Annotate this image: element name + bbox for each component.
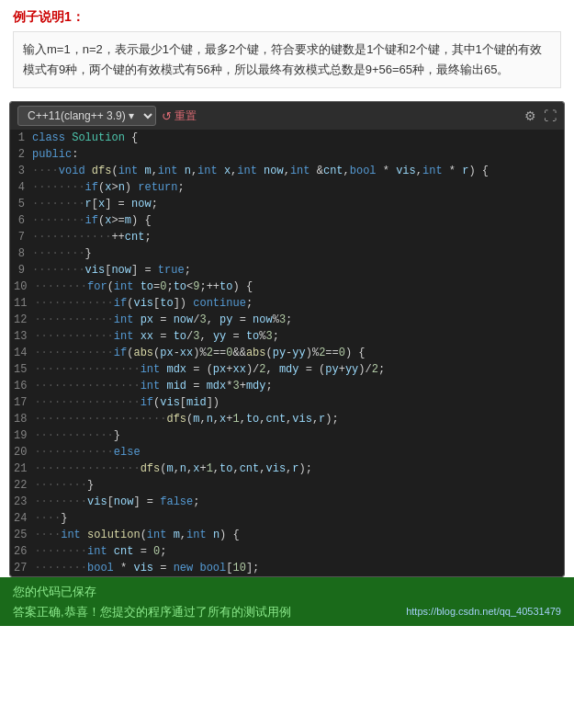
line-number: 9 — [10, 262, 32, 279]
line-content: class Solution { — [32, 130, 564, 146]
line-number: 7 — [10, 229, 32, 245]
line-content: ················int mdx = (px+xx)/2, mdy… — [34, 361, 564, 378]
line-number: 23 — [10, 494, 34, 510]
line-content: ········if(x>=m) { — [32, 212, 564, 229]
example-desc: 输入m=1，n=2，表示最少1个键，最多2个键，符合要求的键数是1个键和2个键，… — [13, 31, 561, 88]
language-selector[interactable]: C++11(clang++ 3.9) ▾ — [17, 106, 156, 126]
line-number: 12 — [10, 312, 34, 328]
table-row: 7 ············++cnt; — [10, 229, 564, 245]
line-content: ················if(vis[mid]) — [34, 394, 564, 411]
table-row: 15 ················int mdx = (px+xx)/2, … — [10, 361, 564, 378]
reset-button[interactable]: ↺ 重置 — [162, 108, 197, 124]
table-row: 4 ········if(x>n) return; — [10, 179, 564, 196]
settings-icon[interactable]: ⚙ — [524, 108, 536, 123]
line-number: 16 — [10, 378, 34, 394]
table-row: 18 ····················dfs(m,n,x+1,to,cn… — [10, 411, 564, 427]
editor-toolbar: C++11(clang++ 3.9) ▾ ↺ 重置 ⚙ ⛶ — [10, 102, 564, 130]
table-row: 2 public: — [10, 146, 564, 163]
line-content: ················dfs(m,n,x+1,to,cnt,vis,r… — [34, 461, 564, 477]
line-content: ········r[x] = now; — [32, 196, 564, 212]
code-area[interactable]: 1 class Solution { 2 public: 3 ····void … — [10, 130, 564, 576]
line-content: ········for(int to=0;to<9;++to) { — [34, 279, 564, 295]
table-row: 26 ········int cnt = 0; — [10, 543, 564, 560]
table-row: 14 ············if(abs(px-xx)%2==0&&abs(p… — [10, 345, 564, 361]
table-row: 6 ········if(x>=m) { — [10, 212, 564, 229]
line-number: 18 — [10, 411, 34, 427]
table-row: 13 ············int xx = to/3, yy = to%3; — [10, 328, 564, 345]
line-content: ········int cnt = 0; — [34, 543, 564, 560]
line-content: ····················dfs(m,n,x+1,to,cnt,v… — [34, 411, 564, 427]
status-correct-row: 答案正确,恭喜！您提交的程序通过了所有的测试用例 https://blog.cs… — [13, 603, 561, 621]
line-number: 1 — [10, 130, 32, 146]
line-content: ············int xx = to/3, yy = to%3; — [34, 328, 564, 345]
line-content: ············else — [34, 444, 564, 461]
line-number: 14 — [10, 345, 34, 361]
line-number: 8 — [10, 245, 32, 262]
toolbar-right: ⚙ ⛶ — [524, 108, 557, 123]
table-row: 12 ············int px = now/3, py = now%… — [10, 312, 564, 328]
line-number: 4 — [10, 179, 32, 196]
line-content: ········} — [34, 477, 564, 494]
table-row: 22 ········} — [10, 477, 564, 494]
line-content: ············if(vis[to]) continue; — [34, 295, 564, 312]
line-number: 21 — [10, 461, 34, 477]
line-number: 3 — [10, 163, 32, 179]
line-content: ········if(x>n) return; — [32, 179, 564, 196]
line-number: 6 — [10, 212, 32, 229]
line-number: 13 — [10, 328, 34, 345]
editor-container: C++11(clang++ 3.9) ▾ ↺ 重置 ⚙ ⛶ 1 class So… — [9, 101, 565, 577]
line-content: ············if(abs(px-xx)%2==0&&abs(py-y… — [34, 345, 564, 361]
line-number: 26 — [10, 543, 34, 560]
reset-label: 重置 — [174, 108, 197, 124]
example-title: 例子说明1： — [13, 9, 561, 26]
table-row: 5 ········r[x] = now; — [10, 196, 564, 212]
table-row: 21 ················dfs(m,n,x+1,to,cnt,vi… — [10, 461, 564, 477]
line-number: 20 — [10, 444, 34, 461]
line-number: 15 — [10, 361, 34, 378]
line-content: ····} — [34, 510, 564, 527]
line-content: ············} — [34, 427, 564, 444]
line-content: ····void dfs(int m,int n,int x,int now,i… — [32, 163, 564, 179]
line-content: ················int mid = mdx*3+mdy; — [34, 378, 564, 394]
line-number: 17 — [10, 394, 34, 411]
status-saved-text: 您的代码已保存 — [13, 583, 561, 601]
line-content: ············int px = now/3, py = now%3; — [34, 312, 564, 328]
line-number: 22 — [10, 477, 34, 494]
table-row: 27 ········bool * vis = new bool[10]; — [10, 560, 564, 576]
line-content: public: — [32, 146, 564, 163]
example-section: 例子说明1： 输入m=1，n=2，表示最少1个键，最多2个键，符合要求的键数是1… — [0, 0, 574, 96]
status-correct-text: 答案正确,恭喜！您提交的程序通过了所有的测试用例 — [13, 603, 291, 621]
table-row: 8 ········} — [10, 245, 564, 262]
line-content: ········} — [32, 245, 564, 262]
table-row: 24 ····} — [10, 510, 564, 527]
line-content: ····int solution(int m,int n) { — [34, 527, 564, 543]
table-row: 25 ····int solution(int m,int n) { — [10, 527, 564, 543]
table-row: 20 ············else — [10, 444, 564, 461]
table-row: 17 ················if(vis[mid]) — [10, 394, 564, 411]
line-number: 25 — [10, 527, 34, 543]
table-row: 1 class Solution { — [10, 130, 564, 146]
status-link: https://blog.csdn.net/qq_40531479 — [406, 604, 561, 620]
table-row: 9 ········vis[now] = true; — [10, 262, 564, 279]
table-row: 3 ····void dfs(int m,int n,int x,int now… — [10, 163, 564, 179]
line-content: ············++cnt; — [32, 229, 564, 245]
toolbar-left: C++11(clang++ 3.9) ▾ ↺ 重置 — [17, 106, 197, 126]
table-row: 19 ············} — [10, 427, 564, 444]
table-row: 10 ········for(int to=0;to<9;++to) { — [10, 279, 564, 295]
table-row: 23 ········vis[now] = false; — [10, 494, 564, 510]
line-content: ········bool * vis = new bool[10]; — [34, 560, 564, 576]
table-row: 11 ············if(vis[to]) continue; — [10, 295, 564, 312]
line-number: 5 — [10, 196, 32, 212]
line-content: ········vis[now] = true; — [32, 262, 564, 279]
line-number: 27 — [10, 560, 34, 576]
status-bar: 您的代码已保存 答案正确,恭喜！您提交的程序通过了所有的测试用例 https:/… — [0, 577, 574, 626]
line-content: ········vis[now] = false; — [34, 494, 564, 510]
table-row: 16 ················int mid = mdx*3+mdy; — [10, 378, 564, 394]
reset-icon: ↺ — [162, 109, 172, 123]
line-number: 11 — [10, 295, 34, 312]
line-number: 10 — [10, 279, 34, 295]
expand-icon[interactable]: ⛶ — [544, 108, 557, 123]
line-number: 24 — [10, 510, 34, 527]
line-number: 19 — [10, 427, 34, 444]
line-number: 2 — [10, 146, 32, 163]
